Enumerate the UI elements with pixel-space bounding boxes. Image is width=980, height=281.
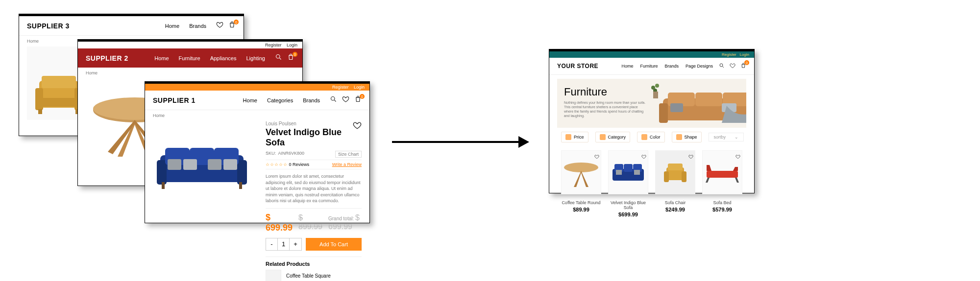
nav-home[interactable]: Home [154,55,169,61]
filter-price[interactable]: Price [561,132,588,142]
product-price: $89.99 [561,207,601,212]
wishlist-icon[interactable] [730,62,735,70]
product-name: Coffee Table Round [561,200,601,205]
color-icon [641,134,647,140]
svg-rect-1 [35,88,43,110]
filter-color[interactable]: Color [637,132,665,142]
product-price: $249.99 [655,207,695,212]
nav-lighting[interactable]: Lighting [246,55,265,61]
login-link[interactable]: Login [287,43,297,47]
add-to-cart-button[interactable]: Add To Cart [306,238,362,251]
size-chart-link[interactable]: Size Chart [335,151,362,158]
hero-title: Furniture [564,86,647,98]
nav-categories[interactable]: Categories [267,97,293,103]
product-card[interactable]: Sofa Bed $579.99 [702,150,742,217]
wishlist-icon[interactable] [688,152,693,161]
product-price: $ 699.99 [266,212,293,233]
filter-label: Color [650,135,661,140]
wishlist-icon[interactable] [594,152,599,161]
wishlist-icon[interactable] [735,152,740,161]
qty-increase[interactable]: + [290,238,301,250]
svg-rect-40 [624,164,633,172]
nav-brands[interactable]: Brands [303,97,320,103]
product-price: $579.99 [702,207,742,212]
nav-brands[interactable]: Brands [664,64,679,69]
svg-rect-47 [668,164,683,170]
related-item-name[interactable]: Coffee Table Square [286,273,331,279]
login-link[interactable]: Login [739,52,749,57]
cart-icon[interactable] [740,62,746,70]
shape-icon [676,134,682,140]
main-nav: Home Brands [165,23,206,29]
filter-label: Category [608,135,626,140]
svg-point-25 [720,64,723,67]
nav-appliances[interactable]: Appliances [210,55,237,61]
svg-rect-27 [659,103,668,123]
cart-icon[interactable] [228,21,236,30]
header: SUPPLIER 1 Home Categories Brands [145,91,369,110]
svg-rect-29 [695,93,722,106]
svg-point-34 [655,84,659,88]
filter-category[interactable]: Category [595,132,631,142]
svg-rect-36 [653,92,658,98]
header: SUPPLIER 3 Home Brands [19,16,244,36]
arrow-icon [392,132,529,152]
svg-rect-18 [183,159,197,170]
svg-rect-12 [157,160,167,185]
store-logo: SUPPLIER 1 [153,96,196,104]
svg-rect-5 [38,109,42,114]
register-link[interactable]: Register [722,52,736,57]
sortby-dropdown[interactable]: sortby⌄ [709,133,744,141]
nav-home[interactable]: Home [243,97,257,103]
write-review-link[interactable]: Write a Review [332,162,362,167]
product-old-price: $ 899.99 [298,213,322,231]
qty-decrease[interactable]: - [266,238,278,250]
store-logo: SUPPLIER 2 [86,54,128,62]
filter-shape[interactable]: Shape [672,132,702,142]
breadcrumb[interactable]: Home [145,110,369,121]
category-icon [600,134,606,140]
svg-rect-22 [239,182,242,189]
svg-rect-21 [162,182,165,189]
search-icon[interactable] [275,53,282,63]
login-link[interactable]: Login [354,85,365,90]
nav-furniture[interactable]: Furniture [179,55,200,61]
wishlist-icon[interactable] [342,95,349,105]
search-icon[interactable] [719,62,725,70]
wishlist-icon[interactable] [353,121,362,151]
star-rating: ☆☆☆☆☆ [266,162,288,167]
product-card[interactable]: Sofa Chair $249.99 [655,150,695,217]
nav-home[interactable]: Home [165,23,179,29]
search-icon[interactable] [330,95,337,105]
main-nav: Home Furniture Appliances Lighting [154,55,265,61]
filter-bar: Price Category Color Shape sortby⌄ [549,132,754,142]
register-link[interactable]: Register [265,43,282,47]
wishlist-icon[interactable] [641,152,646,161]
cart-icon[interactable] [354,95,362,105]
product-grid: Coffee Table Round $89.99 Velvet Indigo … [549,142,754,225]
breadcrumb[interactable]: Home [78,68,302,78]
header: SUPPLIER 2 Home Furniture Appliances Lig… [78,48,302,68]
cart-icon[interactable] [287,53,294,63]
product-brand: Louis Poulsen [266,121,353,126]
svg-rect-19 [208,159,221,170]
product-card[interactable]: Coffee Table Round $89.99 [561,150,601,217]
related-thumb[interactable] [266,270,281,281]
svg-rect-48 [707,171,738,178]
related-products-heading: Related Products [266,257,362,267]
grand-label: Grand total: [328,216,354,221]
main-nav: Home Categories Brands [243,97,320,103]
nav-home[interactable]: Home [621,64,633,69]
product-card[interactable]: Velvet Indigo Blue Sofa $699.99 [608,150,648,217]
product-description: Lorem ipsum dolor sit amet, consectetur … [266,173,362,204]
header: YOUR STORE Home Furniture Brands Page De… [549,58,754,75]
nav-furniture[interactable]: Furniture [640,64,658,69]
register-link[interactable]: Register [332,85,349,90]
product-title: Velvet Indigo Blue Sofa [266,127,353,148]
nav-brands[interactable]: Brands [189,23,206,29]
wishlist-icon[interactable] [216,21,223,30]
hero-banner: Furniture Nothing defines your living ro… [557,79,746,128]
svg-rect-43 [634,170,640,175]
supplier1-window: Register Login SUPPLIER 1 Home Categorie… [145,81,370,223]
nav-page-designs[interactable]: Page Designs [686,64,713,69]
